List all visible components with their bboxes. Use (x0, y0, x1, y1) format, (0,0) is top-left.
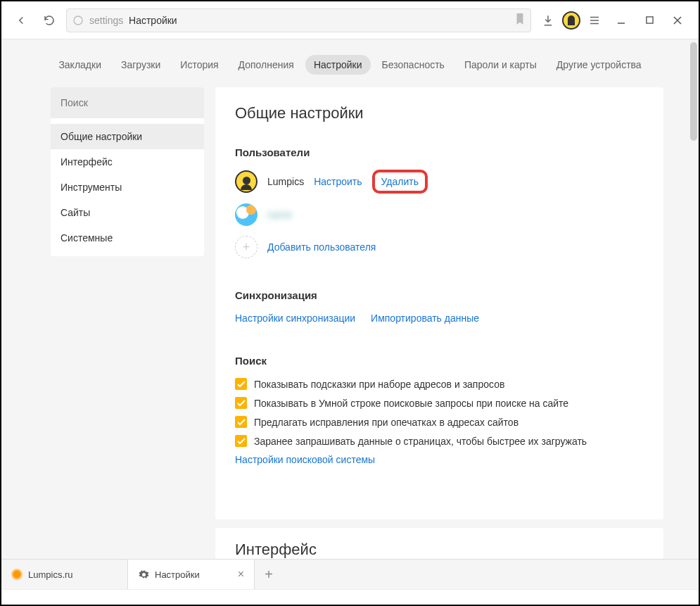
site-icon (72, 15, 84, 26)
check-row: Показывать подсказки при наборе адресов … (235, 378, 644, 390)
check-label: Заранее запрашивать данные о страницах, … (254, 436, 587, 447)
browser-tab[interactable]: Lumpics.ru (1, 560, 128, 589)
tab-close-icon[interactable]: × (238, 568, 244, 581)
users-title: Пользователи (235, 146, 644, 158)
back-button[interactable] (10, 9, 32, 32)
window-close-button[interactable] (665, 9, 690, 32)
highlight-annotation: Удалить (372, 170, 428, 194)
new-tab-button[interactable]: + (255, 560, 283, 589)
check-row: Показывать в Умной строке поисковые запр… (235, 397, 644, 409)
sync-section: Синхронизация Настройки синхронизации Им… (235, 289, 644, 324)
downloads-button[interactable] (537, 9, 559, 32)
browser-tab[interactable]: Настройки × (128, 560, 255, 589)
panel-title: Общие настройки (235, 104, 644, 122)
address-title: Настройки (129, 15, 177, 26)
user-row: name (235, 203, 644, 226)
sidebar-item-system[interactable]: Системные (51, 225, 204, 251)
check-label: Показывать подсказки при наборе адресов … (254, 379, 504, 390)
browser-toolbar: settings Настройки (1, 1, 699, 39)
tab-label: Настройки (155, 569, 200, 580)
settings-nav-tabs: Закладки Загрузки История Дополнения Нас… (1, 39, 699, 87)
window-minimize-button[interactable] (609, 9, 634, 32)
checkbox[interactable] (235, 416, 247, 428)
user-avatar-icon (235, 170, 257, 193)
sidebar-search (51, 87, 204, 118)
user-avatar-icon (235, 203, 257, 226)
search-section: Поиск Показывать подсказки при наборе ад… (235, 355, 644, 465)
svg-point-0 (74, 16, 82, 25)
nav-tab-settings[interactable]: Настройки (305, 55, 371, 75)
sidebar-item-general[interactable]: Общие настройки (51, 124, 204, 149)
sidebar-item-interface[interactable]: Интерфейс (51, 149, 204, 175)
address-text: settings Настройки (89, 15, 177, 26)
settings-sidebar: Общие настройки Интерфейс Инструменты Са… (51, 87, 204, 256)
status-bar (1, 589, 699, 605)
user-name-blurred: name (267, 209, 292, 220)
checkbox[interactable] (235, 397, 247, 409)
check-row: Заранее запрашивать данные о страницах, … (235, 435, 644, 447)
check-row: Предлагать исправления при опечатках в а… (235, 416, 644, 428)
sync-title: Синхронизация (235, 289, 644, 301)
svg-rect-1 (646, 17, 652, 23)
user-row: Lumpics Настроить Удалить (235, 170, 644, 194)
settings-panel: Общие настройки Пользователи Lumpics Нас… (215, 87, 663, 519)
checkbox[interactable] (235, 435, 247, 447)
user-delete-link[interactable]: Удалить (381, 176, 419, 187)
gear-icon (138, 569, 149, 580)
sidebar-item-tools[interactable]: Инструменты (51, 175, 204, 200)
profile-avatar-icon[interactable] (562, 11, 580, 30)
search-input[interactable] (51, 87, 204, 118)
main-layout: Общие настройки Интерфейс Инструменты Са… (1, 87, 699, 559)
sidebar-item-sites[interactable]: Сайты (51, 200, 204, 225)
nav-tab-downloads[interactable]: Загрузки (113, 55, 169, 75)
tab-label: Lumpics.ru (28, 569, 73, 580)
next-panel-title: Интерфейс (235, 541, 644, 559)
next-panel: Интерфейс (215, 528, 663, 559)
reload-button[interactable] (38, 9, 61, 32)
user-name: Lumpics (267, 176, 304, 187)
nav-tab-security[interactable]: Безопасность (374, 55, 453, 75)
add-user-link[interactable]: Добавить пользователя (267, 241, 376, 253)
favicon-icon (11, 569, 23, 580)
check-label: Показывать в Умной строке поисковые запр… (254, 398, 568, 409)
nav-tab-passwords[interactable]: Пароли и карты (456, 55, 545, 75)
browser-tabs-bar: Lumpics.ru Настройки × + (1, 559, 699, 589)
check-label: Предлагать исправления при опечатках в а… (254, 417, 518, 428)
content-area: Закладки Загрузки История Дополнения Нас… (1, 39, 699, 559)
add-icon[interactable]: + (235, 236, 257, 258)
menu-button[interactable] (583, 9, 606, 32)
address-protocol: settings (89, 15, 123, 26)
add-user-row: + Добавить пользователя (235, 236, 644, 258)
import-data-link[interactable]: Импортировать данные (371, 313, 479, 324)
search-title: Поиск (235, 355, 644, 367)
bookmark-icon[interactable] (515, 13, 525, 27)
toolbar-right (537, 9, 690, 32)
address-bar[interactable]: settings Настройки (66, 8, 531, 32)
sync-settings-link[interactable]: Настройки синхронизации (235, 313, 355, 324)
users-section: Пользователи Lumpics Настроить Удалить n… (235, 146, 644, 258)
scrollbar-thumb[interactable] (690, 42, 697, 141)
window-maximize-button[interactable] (637, 9, 662, 32)
nav-tab-devices[interactable]: Другие устройства (548, 55, 650, 75)
nav-tab-addons[interactable]: Дополнения (230, 55, 303, 75)
nav-tab-bookmarks[interactable]: Закладки (50, 55, 110, 75)
nav-tab-history[interactable]: История (172, 55, 227, 75)
user-configure-link[interactable]: Настроить (314, 176, 362, 187)
search-engine-link[interactable]: Настройки поисковой системы (235, 454, 375, 465)
sidebar-items: Общие настройки Интерфейс Инструменты Са… (51, 118, 204, 256)
checkbox[interactable] (235, 378, 247, 390)
